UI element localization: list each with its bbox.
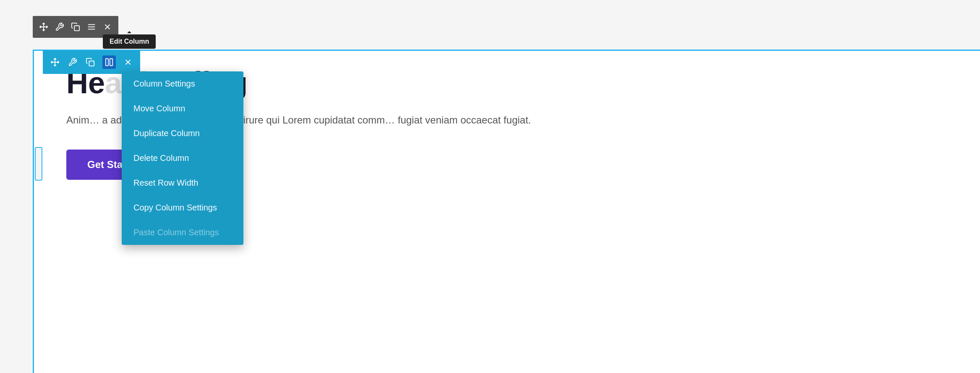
move-icon-blue[interactable]	[50, 57, 60, 68]
menu-item-column-settings[interactable]: Column Settings	[122, 71, 243, 96]
page-content: Heading ling Anim… a ad ad non deserunt …	[0, 0, 980, 373]
left-border	[33, 50, 34, 373]
top-border	[33, 50, 980, 51]
svg-rect-7	[106, 59, 108, 66]
close-icon-dark[interactable]	[102, 22, 112, 32]
move-icon[interactable]	[39, 22, 49, 32]
svg-rect-8	[110, 59, 112, 66]
column-edit-icon-blue[interactable]	[102, 55, 116, 69]
column-resize-handle[interactable]	[35, 147, 42, 181]
svg-rect-6	[89, 61, 94, 66]
menu-item-reset-row-width[interactable]: Reset Row Width	[122, 171, 243, 195]
copy-icon-blue[interactable]	[85, 57, 96, 68]
menu-item-copy-column-settings[interactable]: Copy Column Settings	[122, 195, 243, 220]
context-menu: Column Settings Move Column Duplicate Co…	[122, 71, 243, 245]
edit-column-tooltip: Edit Column	[103, 34, 156, 49]
menu-item-delete-column[interactable]: Delete Column	[122, 146, 243, 171]
copy-icon[interactable]	[71, 22, 81, 32]
close-icon-blue[interactable]	[123, 57, 133, 68]
menu-item-duplicate-column[interactable]: Duplicate Column	[122, 121, 243, 146]
wrench-icon-blue[interactable]	[67, 57, 78, 68]
toolbar-blue	[43, 50, 140, 74]
svg-rect-0	[74, 26, 79, 31]
menu-item-paste-column-settings: Paste Column Settings	[122, 220, 243, 245]
menu-icon[interactable]	[86, 22, 97, 32]
wrench-icon[interactable]	[55, 22, 65, 32]
menu-item-move-column[interactable]: Move Column	[122, 96, 243, 121]
